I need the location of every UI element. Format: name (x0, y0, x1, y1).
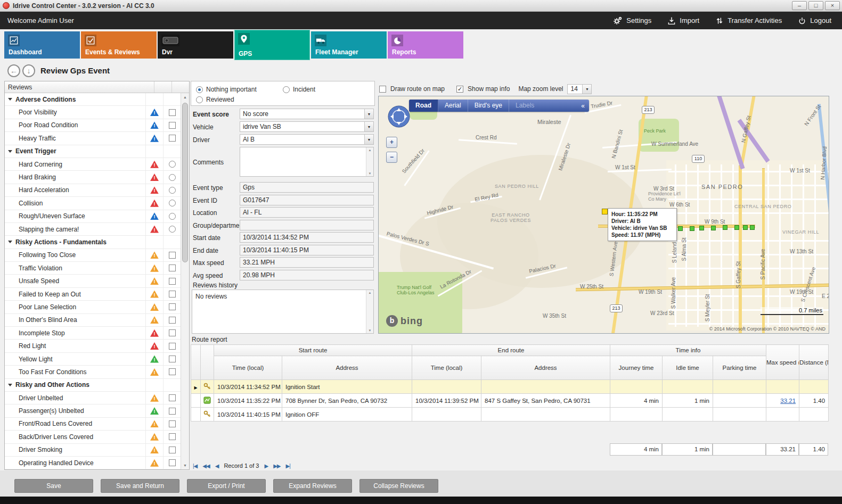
review-checkbox[interactable] (169, 356, 176, 362)
vehicle-select[interactable]: idrive Van SB▼ (240, 121, 374, 132)
route-marker[interactable] (699, 226, 704, 230)
route-marker[interactable] (743, 225, 748, 230)
col-parking-time[interactable]: Parking time (713, 356, 766, 380)
close-button[interactable]: × (825, 1, 840, 10)
maximize-button[interactable]: □ (808, 1, 823, 10)
max-speed-link[interactable]: 33.21 (780, 398, 796, 404)
review-group[interactable]: Event Trigger (5, 145, 181, 158)
review-checkbox[interactable] (169, 394, 176, 401)
review-checkbox[interactable] (169, 291, 176, 298)
map-view-aerial[interactable]: Aerial (438, 100, 468, 112)
zoom-out-button[interactable]: − (386, 152, 397, 163)
map-view-birdseye[interactable]: Bird's eye (468, 100, 509, 112)
review-checkbox[interactable] (169, 368, 176, 375)
col-idle-time[interactable]: Idle time (663, 356, 713, 380)
down-button[interactable]: ↓ (22, 64, 35, 77)
event-marker[interactable] (602, 209, 608, 214)
textarea-scrollbar[interactable]: ▲▼ (366, 147, 373, 176)
radio-incident[interactable]: Incident (283, 86, 315, 93)
show-map-info-checkbox[interactable]: ✓ (456, 86, 463, 93)
tab-events-reviews[interactable]: Events & Reviews (81, 31, 157, 59)
toolbar-collapse-icon[interactable]: « (577, 102, 589, 110)
review-checkbox[interactable] (169, 303, 176, 310)
review-checkbox[interactable] (169, 408, 176, 415)
radio-nothing-important[interactable]: Nothing important (196, 86, 257, 93)
col-start-time[interactable]: Time (local) (214, 356, 282, 380)
pager-prev-page-button[interactable]: ◀◀ (202, 463, 209, 469)
radio-reviewed[interactable]: Reviewed (196, 96, 234, 103)
band-end-route[interactable]: End route (412, 345, 610, 356)
route-marker[interactable] (723, 225, 727, 230)
zoom-in-button[interactable]: + (386, 137, 397, 148)
scroll-up-icon[interactable]: ▲ (181, 93, 189, 101)
col-journey-time[interactable]: Journey time (610, 356, 663, 380)
comments-textarea[interactable]: ▲▼ (240, 147, 374, 177)
map-view-labels[interactable]: Labels (509, 100, 541, 112)
logout-button[interactable]: Logout (798, 16, 831, 25)
col-distance[interactable]: Distance (Miles) (799, 345, 829, 380)
band-time-info[interactable]: Time info (610, 345, 766, 356)
review-checkbox[interactable] (169, 135, 176, 142)
draw-route-checkbox[interactable] (379, 86, 386, 93)
tab-fleet-manager[interactable]: Fleet Manager (311, 31, 387, 59)
col-max-speed[interactable]: Max speed (MPH) (766, 345, 799, 380)
export-print-button[interactable]: Export / Print (187, 479, 266, 493)
save-and-return-button[interactable]: Save and Return (101, 479, 179, 493)
review-group[interactable]: Risky and Other Actions (5, 379, 181, 392)
scroll-down-icon[interactable]: ▼ (181, 461, 189, 469)
pager-last-button[interactable]: ▶| (286, 463, 290, 469)
review-checkbox[interactable] (169, 265, 176, 271)
review-radio[interactable] (169, 200, 176, 206)
table-row[interactable]: 10/3/2014 11:35:22 PM 708 Bynner Dr, San… (191, 394, 829, 408)
tab-dashboard[interactable]: Dashboard (4, 31, 80, 59)
pager-next-page-button[interactable]: ▶▶ (273, 463, 280, 469)
route-marker[interactable] (678, 226, 683, 231)
import-button[interactable]: Import (667, 16, 699, 25)
review-radio[interactable] (169, 161, 176, 168)
chevron-down-icon[interactable]: ▼ (364, 122, 373, 131)
review-checkbox[interactable] (169, 252, 176, 259)
review-group[interactable]: Adverse Conditions (5, 93, 181, 106)
pager-first-button[interactable]: |◀ (193, 463, 197, 469)
review-radio[interactable] (169, 213, 176, 220)
map-zoom-select[interactable]: 14▼ (567, 84, 592, 94)
pager-prev-button[interactable]: ◀ (215, 463, 219, 469)
radio-icon[interactable] (196, 96, 203, 103)
review-group[interactable]: Risky Actions - Fundamentals (5, 236, 181, 249)
review-checkbox[interactable] (169, 329, 176, 336)
settings-button[interactable]: Settings (613, 16, 651, 26)
event-score-select[interactable]: No score▼ (240, 109, 374, 119)
route-marker[interactable] (711, 226, 716, 230)
minimize-button[interactable]: – (792, 1, 807, 10)
review-checkbox[interactable] (169, 459, 176, 466)
chevron-down-icon[interactable]: ▼ (364, 109, 373, 119)
group-department-field[interactable] (240, 220, 374, 230)
expand-reviews-button[interactable]: Expand Reviews (273, 479, 352, 493)
tab-reports[interactable]: Reports (388, 31, 463, 59)
pager-next-button[interactable]: ▶ (264, 463, 268, 469)
chevron-down-icon[interactable]: ▼ (582, 85, 591, 94)
radio-icon[interactable] (196, 86, 203, 93)
table-row[interactable]: 10/3/2014 11:40:15 PM Ignition OFF (191, 408, 829, 422)
tab-gps[interactable]: GPS (234, 30, 310, 60)
collapse-reviews-button[interactable]: Collapse Reviews (359, 479, 438, 493)
col-start-address[interactable]: Address (282, 356, 412, 380)
review-checkbox[interactable] (169, 122, 176, 129)
bing-map[interactable]: Trudie Dr 213 Peck Park Miraleste Crest … (378, 96, 829, 334)
review-radio[interactable] (169, 174, 176, 181)
route-marker[interactable] (750, 225, 755, 230)
review-checkbox[interactable] (169, 317, 176, 324)
review-checkbox[interactable] (169, 278, 176, 285)
map-compass[interactable] (387, 105, 411, 130)
table-row[interactable]: ▶ 10/3/2014 11:34:52 PM Ignition Start (191, 380, 829, 394)
reviews-scrollbar[interactable]: ▲ ▼ (181, 93, 189, 469)
route-marker[interactable] (734, 225, 739, 230)
route-marker[interactable] (690, 226, 694, 231)
save-button[interactable]: Save (14, 479, 93, 493)
radio-icon[interactable] (283, 86, 290, 93)
col-end-address[interactable]: Address (481, 356, 610, 380)
chevron-down-icon[interactable]: ▼ (364, 135, 373, 144)
back-button[interactable]: ← (7, 64, 20, 77)
col-end-time[interactable]: Time (local) (412, 356, 481, 380)
review-checkbox[interactable] (169, 447, 176, 453)
